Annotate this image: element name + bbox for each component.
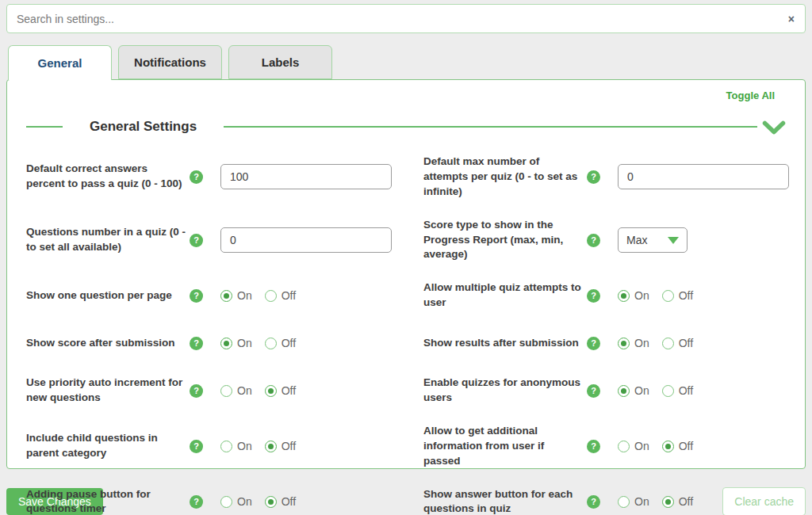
radio-option-off[interactable]: Off xyxy=(265,495,296,508)
chevron-down-icon xyxy=(762,124,786,138)
setting-control: OnOff xyxy=(618,440,693,452)
radio-label: Off xyxy=(679,384,693,397)
setting-label: Use priority auto increment for new ques… xyxy=(26,376,186,406)
radio-option-on[interactable]: On xyxy=(220,289,252,302)
radio-option-on[interactable]: On xyxy=(618,289,649,302)
radio-label: Off xyxy=(282,337,296,349)
radio-option-off[interactable]: Off xyxy=(265,440,296,452)
tab-notifications[interactable]: Notifications xyxy=(118,45,222,79)
radio-off-icon[interactable] xyxy=(265,441,277,452)
search-input[interactable] xyxy=(7,5,778,32)
radio-off-icon[interactable] xyxy=(265,290,277,302)
radio-option-off[interactable]: Off xyxy=(662,440,693,452)
radio-off-icon[interactable] xyxy=(265,385,277,397)
on-off-radio-group: OnOff xyxy=(220,495,296,508)
radio-label: Off xyxy=(282,289,296,302)
setting-row: Enable quizzes for anonymous users?OnOff xyxy=(423,376,789,406)
help-icon[interactable]: ? xyxy=(587,289,600,303)
radio-option-off[interactable]: Off xyxy=(265,337,296,349)
setting-control: OnOff xyxy=(220,337,296,349)
radio-off-icon[interactable] xyxy=(662,290,674,302)
caret-down-icon xyxy=(668,237,679,244)
radio-on-icon[interactable] xyxy=(618,441,630,452)
settings-panel: Toggle All General Settings Default corr… xyxy=(6,79,806,469)
setting-label: Allow to get additional information from… xyxy=(423,424,584,469)
radio-option-off[interactable]: Off xyxy=(265,289,296,302)
radio-on-icon[interactable] xyxy=(618,496,630,508)
radio-option-on[interactable]: On xyxy=(220,337,252,349)
tab-labels[interactable]: Labels xyxy=(228,45,332,79)
section-dash-line xyxy=(26,126,63,128)
radio-option-off[interactable]: Off xyxy=(662,495,693,508)
setting-label: Allow multiple quiz attempts to user xyxy=(423,280,584,311)
setting-control xyxy=(220,164,392,189)
help-icon[interactable]: ? xyxy=(587,234,600,247)
collapse-section-button[interactable] xyxy=(762,120,786,139)
help-icon[interactable]: ? xyxy=(190,384,203,398)
help-icon[interactable]: ? xyxy=(190,170,203,184)
radio-on-icon[interactable] xyxy=(220,496,232,508)
radio-option-on[interactable]: On xyxy=(618,384,649,397)
help-icon[interactable]: ? xyxy=(190,234,203,247)
radio-label: On xyxy=(634,337,649,349)
help-icon[interactable]: ? xyxy=(587,495,600,509)
setting-label: Questions number in a quiz (0 - to set a… xyxy=(26,225,186,255)
setting-row: Allow multiple quiz attempts to user?OnO… xyxy=(423,280,789,311)
radio-option-on[interactable]: On xyxy=(220,440,252,452)
search-clear-icon[interactable]: × xyxy=(778,13,805,25)
radio-off-icon[interactable] xyxy=(662,338,674,349)
tab-general[interactable]: General xyxy=(8,45,112,80)
radio-option-off[interactable]: Off xyxy=(662,337,693,349)
radio-off-icon[interactable] xyxy=(265,496,277,508)
section-long-line xyxy=(224,126,757,128)
setting-control: OnOff xyxy=(220,495,296,508)
setting-control: OnOff xyxy=(220,440,296,452)
help-icon[interactable]: ? xyxy=(190,440,203,453)
radio-option-off[interactable]: Off xyxy=(662,384,693,397)
radio-on-icon[interactable] xyxy=(220,290,232,302)
help-icon[interactable]: ? xyxy=(587,384,600,398)
radio-option-on[interactable]: On xyxy=(618,337,649,349)
radio-option-on[interactable]: On xyxy=(618,495,649,508)
help-icon[interactable]: ? xyxy=(587,170,600,184)
setting-control xyxy=(220,227,392,253)
score-type-select[interactable]: Max xyxy=(618,227,688,253)
radio-off-icon[interactable] xyxy=(265,338,277,349)
setting-control: OnOff xyxy=(618,289,693,302)
radio-off-icon[interactable] xyxy=(662,496,674,508)
radio-option-on[interactable]: On xyxy=(220,384,252,397)
radio-on-icon[interactable] xyxy=(618,338,630,349)
setting-control: Max xyxy=(618,227,688,253)
radio-on-icon[interactable] xyxy=(618,290,630,302)
setting-control: OnOff xyxy=(618,337,693,349)
radio-option-off[interactable]: Off xyxy=(662,289,693,302)
radio-label: On xyxy=(634,495,649,508)
setting-text-input[interactable] xyxy=(220,227,392,253)
radio-label: On xyxy=(634,289,649,302)
radio-option-off[interactable]: Off xyxy=(265,384,296,397)
radio-off-icon[interactable] xyxy=(662,441,674,452)
help-icon[interactable]: ? xyxy=(190,337,203,350)
setting-text-input[interactable] xyxy=(618,164,789,189)
setting-text-input[interactable] xyxy=(220,164,392,189)
help-icon[interactable]: ? xyxy=(190,495,203,509)
radio-on-icon[interactable] xyxy=(220,385,232,397)
setting-row: Allow to get additional information from… xyxy=(423,424,789,469)
setting-label: Adding pause button for questions timer xyxy=(26,487,186,515)
help-icon[interactable]: ? xyxy=(587,440,600,453)
radio-on-icon[interactable] xyxy=(618,385,630,397)
setting-row: Default correct answers percent to pass … xyxy=(26,154,392,200)
setting-label: Include child questions in parent catego… xyxy=(26,431,186,461)
radio-on-icon[interactable] xyxy=(220,441,232,452)
radio-on-icon[interactable] xyxy=(220,338,232,349)
help-icon[interactable]: ? xyxy=(587,337,600,350)
setting-row: Use priority auto increment for new ques… xyxy=(26,376,392,406)
radio-off-icon[interactable] xyxy=(662,385,674,397)
radio-option-on[interactable]: On xyxy=(618,440,649,452)
radio-label: Off xyxy=(679,495,693,508)
radio-option-on[interactable]: On xyxy=(220,495,252,508)
setting-row: Show one question per page?OnOff xyxy=(26,280,392,311)
setting-label: Default correct answers percent to pass … xyxy=(26,162,186,192)
toggle-all-link[interactable]: Toggle All xyxy=(26,90,786,101)
help-icon[interactable]: ? xyxy=(190,289,203,303)
